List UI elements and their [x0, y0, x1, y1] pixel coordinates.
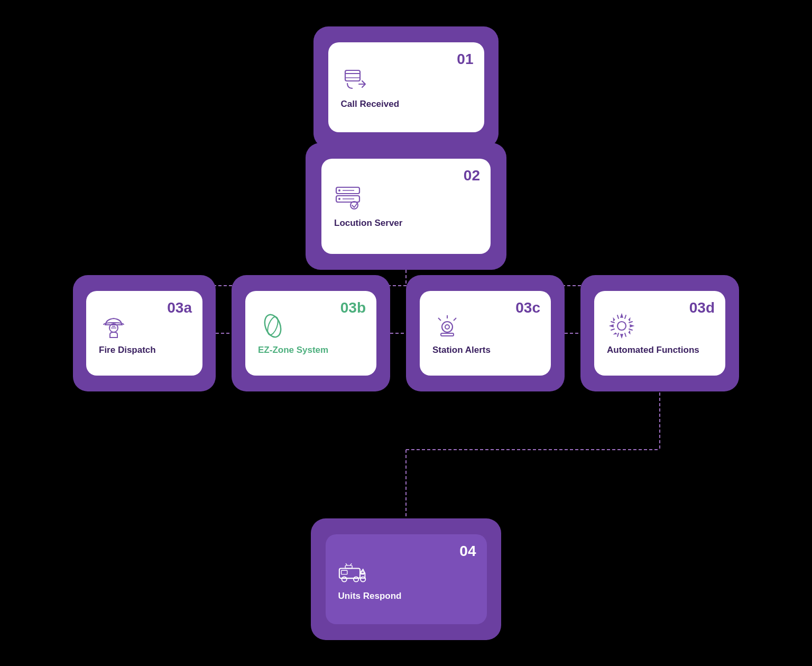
svg-line-32 — [454, 318, 456, 321]
step-03a-number: 03a — [167, 299, 192, 316]
step-01-label: Call Received — [341, 99, 400, 110]
step-02-card: 02 Locution Server — [306, 143, 506, 270]
step-03a-card: 03a Fire Dispatch — [73, 275, 216, 391]
gear-icon — [607, 311, 636, 341]
svg-point-20 — [338, 198, 340, 200]
step-03d-label: Automated Functions — [607, 345, 699, 355]
svg-point-35 — [617, 322, 626, 330]
step-03b-inner: 03b EZ-Zone System — [245, 291, 376, 376]
svg-point-39 — [342, 577, 346, 581]
svg-point-29 — [442, 322, 453, 332]
step-03c-card: 03c Station Alerts — [406, 275, 565, 391]
svg-point-30 — [445, 325, 449, 329]
svg-point-27 — [262, 312, 283, 339]
step-03b-number: 03b — [340, 299, 366, 316]
step-03b-card: 03b EZ-Zone System — [232, 275, 390, 391]
leaf-circle-icon — [258, 311, 288, 341]
svg-line-33 — [438, 318, 441, 321]
step-04-number: 04 — [459, 543, 476, 560]
step-03a-inner: 03a Fire Dispatch — [86, 291, 202, 376]
phone-incoming-icon — [341, 65, 371, 95]
svg-point-28 — [265, 315, 280, 336]
svg-rect-14 — [345, 70, 360, 81]
svg-rect-34 — [441, 333, 454, 336]
step-02-inner: 02 Locution Server — [321, 159, 491, 254]
step-02-number: 02 — [464, 167, 480, 184]
step-02-label: Locution Server — [334, 218, 402, 229]
step-01-inner: 01 Call Received — [328, 42, 484, 132]
step-04-inner: 04 Units Respond — [326, 534, 487, 624]
step-03b-label: EZ-Zone System — [258, 345, 328, 355]
step-04-label: Units Respond — [338, 591, 402, 601]
svg-rect-37 — [341, 570, 347, 574]
diagram-container: 01 Call Received 02 Locution Se — [62, 16, 750, 651]
step-03c-inner: 03c Station Alerts — [420, 291, 551, 376]
firetruck-icon — [338, 557, 368, 587]
step-01-card: 01 Call Received — [313, 26, 499, 148]
firefighter-icon — [99, 311, 128, 341]
step-03c-label: Station Alerts — [432, 345, 491, 355]
step-03d-card: 03d Automated Functions — [580, 275, 739, 391]
step-03c-number: 03c — [515, 299, 540, 316]
step-03a-label: Fire Dispatch — [99, 345, 156, 355]
server-icon — [334, 184, 364, 214]
step-03d-inner: 03d Automated Functions — [594, 291, 725, 376]
siren-icon — [432, 311, 462, 341]
svg-point-19 — [338, 189, 340, 191]
step-03d-number: 03d — [689, 299, 715, 316]
svg-point-41 — [361, 577, 365, 581]
svg-point-40 — [353, 577, 358, 581]
step-04-card: 04 Units Respond — [311, 518, 501, 640]
step-01-number: 01 — [457, 51, 473, 68]
